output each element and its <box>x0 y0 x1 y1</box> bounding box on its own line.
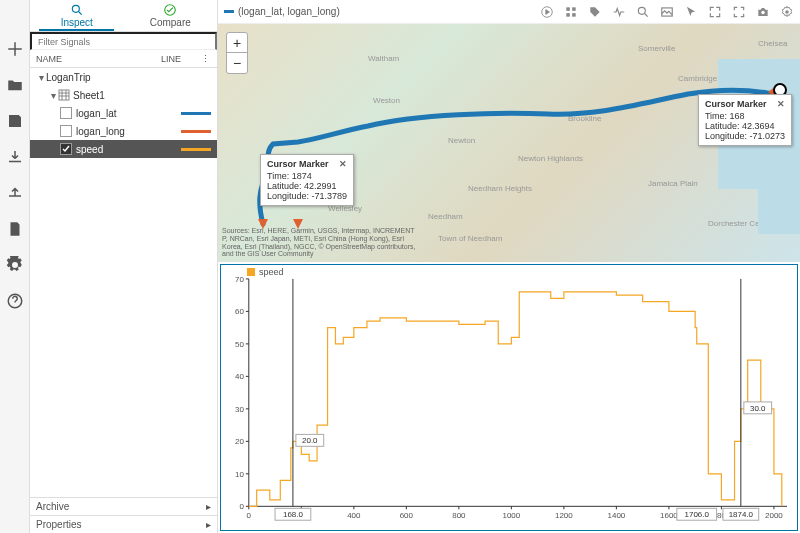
map-view[interactable]: Waltham Weston Newton Wellesley Needham … <box>218 24 800 262</box>
svg-text:1706.0: 1706.0 <box>685 510 710 519</box>
svg-text:30: 30 <box>235 405 244 414</box>
svg-rect-11 <box>566 13 570 17</box>
svg-text:600: 600 <box>400 511 414 520</box>
cursor-popup-1: Cursor Marker✕ Time: 168 Latitude: 42.36… <box>698 94 792 146</box>
signal-icon[interactable] <box>612 5 626 19</box>
tree-root[interactable]: ▾LoganTrip <box>30 68 217 86</box>
svg-point-16 <box>785 10 789 14</box>
plot-toolbar: (logan_lat, logan_long) <box>218 0 800 24</box>
expand-icon[interactable] <box>708 5 722 19</box>
plot-title: (logan_lat, logan_long) <box>224 6 340 17</box>
svg-text:1874.0: 1874.0 <box>729 510 754 519</box>
signal-tree: ▾LoganTrip ▾ Sheet1 logan_lat logan_long… <box>30 68 217 497</box>
svg-text:2000: 2000 <box>765 511 783 520</box>
image-icon[interactable] <box>660 5 674 19</box>
svg-rect-3 <box>59 90 69 100</box>
svg-text:400: 400 <box>347 511 361 520</box>
tree-sheet[interactable]: ▾ Sheet1 <box>30 86 217 104</box>
svg-text:1200: 1200 <box>555 511 573 520</box>
svg-point-15 <box>761 10 765 13</box>
svg-text:0: 0 <box>247 511 252 520</box>
svg-text:70: 70 <box>235 275 244 284</box>
properties-shelf[interactable]: Properties▸ <box>30 515 217 533</box>
svg-rect-10 <box>572 7 576 11</box>
pointer-icon[interactable] <box>684 5 698 19</box>
save-icon[interactable] <box>6 112 24 130</box>
left-rail <box>0 0 30 533</box>
tree-header: NAME LINE ⋮ <box>30 50 217 68</box>
tag-icon[interactable] <box>588 5 602 19</box>
svg-text:168.0: 168.0 <box>283 510 303 519</box>
download-icon[interactable] <box>6 148 24 166</box>
help-icon[interactable] <box>6 292 24 310</box>
svg-text:60: 60 <box>235 307 244 316</box>
signal-row[interactable]: logan_lat <box>30 104 217 122</box>
svg-point-1 <box>72 5 79 12</box>
settings-icon[interactable] <box>780 5 794 19</box>
fullscreen-icon[interactable] <box>732 5 746 19</box>
signal-panel: Inspect Compare NAME LINE ⋮ ▾LoganTrip ▾… <box>30 0 218 533</box>
svg-text:30.0: 30.0 <box>750 404 766 413</box>
archive-shelf[interactable]: Archive▸ <box>30 497 217 515</box>
svg-text:1600: 1600 <box>660 511 678 520</box>
signal-row-selected[interactable]: speed <box>30 140 217 158</box>
svg-text:20: 20 <box>235 437 244 446</box>
filter-input[interactable] <box>30 32 217 50</box>
svg-text:1400: 1400 <box>608 511 626 520</box>
map-attribution: Sources: Esri, HERE, Garmin, USGS, Inter… <box>222 227 422 258</box>
close-icon[interactable]: ✕ <box>339 159 347 169</box>
svg-text:0: 0 <box>239 502 244 511</box>
export-icon[interactable] <box>6 184 24 202</box>
zoom-control[interactable]: + − <box>226 32 248 74</box>
svg-text:1000: 1000 <box>503 511 521 520</box>
svg-rect-18 <box>758 174 800 234</box>
close-icon[interactable]: ✕ <box>777 99 785 109</box>
svg-text:800: 800 <box>452 511 466 520</box>
inspect-tab[interactable]: Inspect <box>30 0 124 31</box>
svg-text:10: 10 <box>235 470 244 479</box>
gear-icon[interactable] <box>6 256 24 274</box>
camera-icon[interactable] <box>756 5 770 19</box>
cursor-popup-2: Cursor Marker✕ Time: 1874 Latitude: 42.2… <box>260 154 354 206</box>
svg-text:40: 40 <box>235 372 244 381</box>
compare-tab[interactable]: Compare <box>124 0 218 31</box>
speed-chart[interactable]: speed 0102030405060700200400600800100012… <box>220 264 798 531</box>
zoom-in-button[interactable]: + <box>227 33 247 53</box>
svg-text:20.0: 20.0 <box>302 436 318 445</box>
play-icon[interactable] <box>540 5 554 19</box>
svg-rect-12 <box>572 13 576 17</box>
grid-icon[interactable] <box>564 5 578 19</box>
zoom-out-button[interactable]: − <box>227 53 247 73</box>
svg-text:50: 50 <box>235 340 244 349</box>
document-icon[interactable] <box>6 220 24 238</box>
zoom-icon[interactable] <box>636 5 650 19</box>
svg-point-13 <box>638 7 645 14</box>
svg-rect-9 <box>566 7 570 11</box>
signal-row[interactable]: logan_long <box>30 122 217 140</box>
folder-icon[interactable] <box>6 76 24 94</box>
add-icon[interactable] <box>6 40 24 58</box>
